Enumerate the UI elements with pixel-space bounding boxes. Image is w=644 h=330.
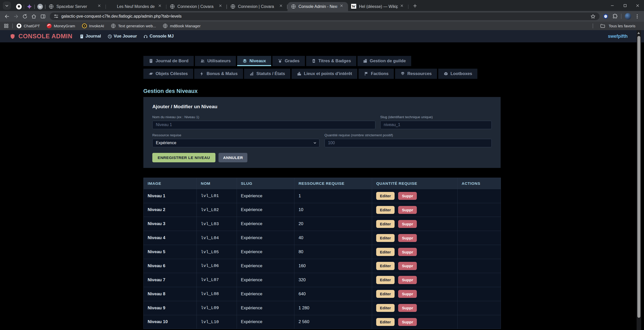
browser-tab[interactable]: W Hel (déesse) — Wikipédia bbox=[348, 2, 409, 11]
slug-input[interactable] bbox=[380, 121, 492, 129]
empty-cell bbox=[457, 287, 501, 301]
bookmark-item[interactable]: Text generation web... bbox=[111, 23, 156, 29]
pinned-tab-gemini[interactable] bbox=[24, 2, 35, 11]
close-tab-button[interactable] bbox=[98, 4, 103, 9]
bar-chart-icon bbox=[249, 71, 254, 76]
bookmark-label: ChatGPT bbox=[24, 24, 40, 28]
close-tab-button[interactable] bbox=[219, 4, 224, 9]
delete-button[interactable]: Suppr bbox=[398, 262, 417, 270]
edit-button[interactable]: Editer bbox=[376, 220, 395, 228]
extensions-puzzle-icon[interactable] bbox=[612, 14, 618, 19]
nav-gm-console[interactable]: Console MJ bbox=[143, 34, 174, 39]
page-scrollbar[interactable] bbox=[637, 30, 641, 330]
layers-icon bbox=[243, 59, 247, 63]
new-tab-button[interactable] bbox=[411, 2, 419, 10]
edit-button[interactable]: Editer bbox=[376, 318, 395, 326]
tab-factions[interactable]: Factions bbox=[359, 69, 394, 79]
edit-button[interactable]: Editer bbox=[376, 234, 395, 242]
bookmark-star-icon[interactable] bbox=[590, 14, 596, 19]
edit-button[interactable]: Editer bbox=[376, 206, 395, 214]
tab-objets-celestes[interactable]: Objets Célestes bbox=[143, 69, 193, 79]
level-resource: Expérience bbox=[237, 217, 294, 231]
level-resource: Expérience bbox=[237, 287, 294, 301]
close-tab-button[interactable] bbox=[279, 4, 285, 9]
delete-button[interactable]: Suppr bbox=[398, 192, 417, 200]
forward-button[interactable] bbox=[12, 13, 20, 20]
side-panel-button[interactable] bbox=[39, 13, 47, 20]
home-button[interactable] bbox=[30, 13, 38, 20]
resource-field-label: Ressource requise bbox=[152, 133, 319, 137]
delete-button[interactable]: Suppr bbox=[398, 206, 417, 214]
close-tab-button[interactable] bbox=[400, 4, 406, 9]
delete-button[interactable]: Suppr bbox=[398, 276, 417, 284]
scrollbar-up-arrow-icon[interactable] bbox=[637, 32, 640, 34]
table-row: Niveau 10 lvl_L10 Expérience 2 560 Edite… bbox=[143, 315, 501, 329]
bookmark-item[interactable]: mdBook Manager bbox=[163, 23, 201, 29]
bookmark-item[interactable]: InvokeAI bbox=[82, 23, 104, 29]
address-bar[interactable]: galactic-pve-conquest-c7fe.dev.flatlogic… bbox=[50, 13, 600, 20]
tab-titres-badges[interactable]: Titres & Badges bbox=[306, 56, 356, 66]
url-text[interactable]: galactic-pve-conquest-c7fe.dev.flatlogic… bbox=[61, 14, 588, 19]
save-level-button[interactable]: ENREGISTRER LE NIVEAU bbox=[152, 153, 215, 162]
box-icon bbox=[444, 71, 448, 76]
delete-button[interactable]: Suppr bbox=[398, 248, 417, 256]
scrollbar-thumb[interactable] bbox=[637, 36, 641, 318]
nav-journal[interactable]: Journal bbox=[79, 34, 101, 39]
edit-button[interactable]: Editer bbox=[376, 248, 395, 256]
profile-avatar[interactable] bbox=[625, 13, 631, 20]
cancel-button[interactable]: ANNULER bbox=[218, 153, 247, 162]
menu-kebab-icon[interactable] bbox=[635, 14, 640, 19]
edit-button[interactable]: Editer bbox=[376, 290, 395, 298]
apps-grid-icon[interactable] bbox=[4, 23, 9, 29]
nav-player-view[interactable]: Vue Joueur bbox=[108, 34, 137, 39]
tab-search-button[interactable] bbox=[3, 2, 11, 10]
delete-button[interactable]: Suppr bbox=[398, 318, 417, 326]
extension-icon[interactable] bbox=[603, 13, 609, 19]
delete-button[interactable]: Suppr bbox=[398, 290, 417, 298]
resource-select-value: Expérience bbox=[156, 141, 176, 145]
minimize-button[interactable] bbox=[606, 0, 619, 11]
edit-button[interactable]: Editer bbox=[376, 192, 395, 200]
close-tab-button[interactable] bbox=[340, 4, 346, 9]
back-button[interactable] bbox=[3, 13, 11, 20]
browser-tab[interactable]: Connexion | Covara bbox=[166, 2, 227, 11]
tab-utilisateurs[interactable]: Utilisateurs bbox=[195, 56, 236, 66]
pinned-tab-wordpress[interactable]: W bbox=[35, 2, 45, 11]
bookmark-item[interactable]: MoneyGram bbox=[47, 23, 75, 29]
site-info-icon[interactable] bbox=[54, 14, 59, 19]
browser-tab[interactable]: Les Neuf Mondes de la Mythol bbox=[106, 2, 166, 11]
tab-niveaux[interactable]: Niveaux bbox=[237, 56, 271, 66]
delete-button[interactable]: Suppr bbox=[398, 220, 417, 228]
name-input[interactable] bbox=[152, 121, 375, 129]
level-slug: lvl_L01 bbox=[197, 189, 237, 203]
delete-button[interactable]: Suppr bbox=[398, 234, 417, 242]
tab-grades[interactable]: Grades bbox=[272, 56, 305, 66]
quantity-input[interactable] bbox=[325, 139, 492, 148]
tab-bonus-malus[interactable]: Bonus & Malus bbox=[194, 69, 243, 79]
browser-tab[interactable]: Connexion | Covara bbox=[227, 2, 288, 11]
resource-select[interactable]: Expérience bbox=[152, 139, 319, 148]
level-actions: Editer Suppr bbox=[372, 203, 457, 217]
browser-tab-active[interactable]: Console Admin - Nexus bbox=[288, 2, 348, 11]
tab-statuts-etats[interactable]: Statuts / États bbox=[244, 69, 290, 79]
pinned-tab-chatgpt[interactable] bbox=[14, 2, 24, 11]
tab-journal-de-bord[interactable]: Journal de Bord bbox=[143, 56, 194, 66]
browser-toolbar: galactic-pve-conquest-c7fe.dev.flatlogic… bbox=[0, 11, 644, 22]
edit-button[interactable]: Editer bbox=[376, 276, 395, 284]
all-bookmarks[interactable]: Tous les favoris bbox=[593, 23, 640, 29]
close-window-button[interactable] bbox=[631, 0, 644, 11]
tab-ressources[interactable]: Ressources bbox=[395, 69, 437, 79]
maximize-button[interactable] bbox=[619, 0, 631, 11]
tab-lieux-poi[interactable]: Lieux et points d'intérêt bbox=[292, 69, 358, 79]
level-slug: lvl_L04 bbox=[197, 231, 237, 245]
bookmark-item[interactable]: ChatGPT bbox=[16, 23, 40, 29]
edit-button[interactable]: Editer bbox=[376, 262, 395, 270]
tab-gestion-guilde[interactable]: Gestion de guilde bbox=[358, 56, 411, 66]
browser-tab[interactable]: Spacebar Server bbox=[45, 2, 106, 11]
delete-button[interactable]: Suppr bbox=[398, 304, 417, 312]
edit-button[interactable]: Editer bbox=[376, 304, 395, 312]
close-tab-button[interactable] bbox=[158, 4, 164, 9]
tab-lootboxes[interactable]: Lootboxes bbox=[438, 69, 478, 79]
tab-title: Console Admin - Nexus bbox=[298, 4, 337, 9]
reload-button[interactable] bbox=[21, 13, 29, 20]
